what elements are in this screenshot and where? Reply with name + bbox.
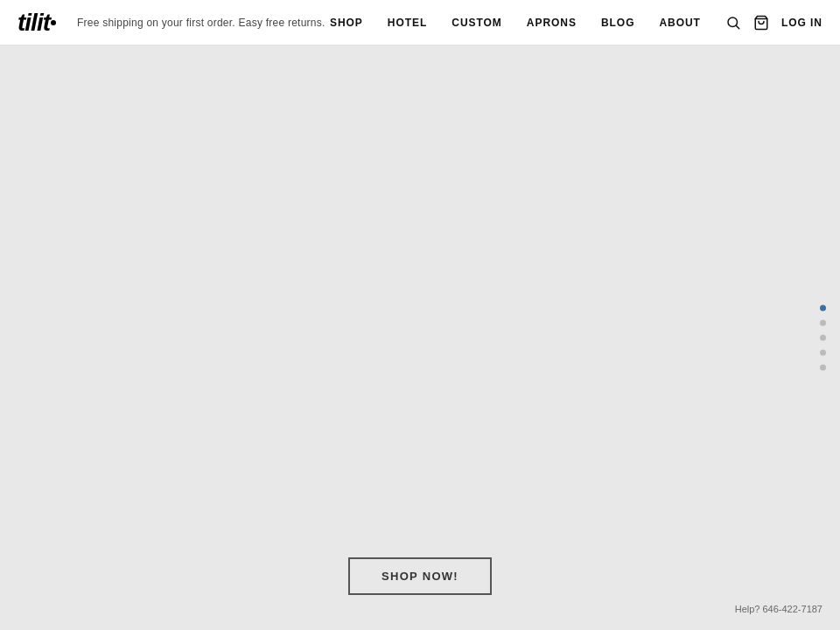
cart-icon[interactable] [753,15,769,31]
slide-dot-2[interactable] [820,320,826,326]
slide-dot-4[interactable] [820,350,826,356]
main-nav: SHOP HOTEL CUSTOM APRONS BLOG ABOUT [330,15,822,31]
svg-line-1 [736,25,738,28]
shop-now-button[interactable]: SHOP NOW! [348,557,492,595]
slide-dots [820,305,826,371]
tagline: Free shipping on your first order. Easy … [77,17,326,29]
main-content: SHOP NOW! Help? 646-422-7187 [0,46,840,630]
slide-dot-1[interactable] [820,305,826,312]
logo-text: tilit [18,9,50,37]
search-icon[interactable] [725,15,741,31]
nav-icons: LOG IN [725,15,822,31]
slide-dot-5[interactable] [820,365,826,371]
cta-container: SHOP NOW! [348,557,492,595]
logo-dot [51,20,56,25]
login-link[interactable]: LOG IN [781,17,822,29]
svg-point-0 [728,18,738,27]
nav-item-hotel[interactable]: HOTEL [388,17,427,29]
nav-item-shop[interactable]: SHOP [330,17,363,29]
header-left: tilit Free shipping on your first order.… [18,9,326,37]
nav-item-about[interactable]: ABOUT [659,17,700,29]
help-text: Help? 646-422-7187 [735,604,822,614]
nav-item-aprons[interactable]: APRONS [527,17,577,29]
nav-item-custom[interactable]: CUSTOM [452,17,502,29]
nav-item-blog[interactable]: BLOG [601,17,635,29]
logo[interactable]: tilit [18,9,56,37]
site-header: tilit Free shipping on your first order.… [0,0,840,46]
slide-dot-3[interactable] [820,335,826,341]
